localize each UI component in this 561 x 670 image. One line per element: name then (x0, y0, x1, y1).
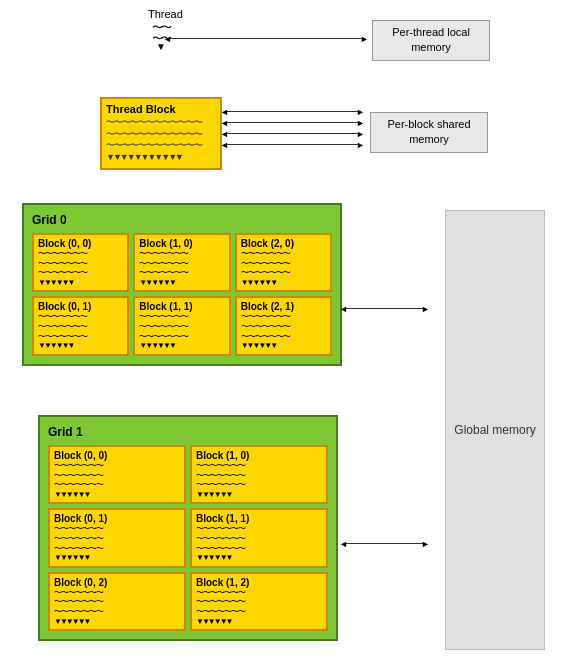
block-2-1: Block (2, 1) 〜〜〜〜〜〜〜〜〜〜〜〜〜〜〜〜〜〜〜〜〜▼▼▼▼▼▼ (235, 296, 332, 355)
thread-block-label: Thread Block (106, 103, 216, 115)
g1-block-0-1-label: Block (0, 1) (54, 513, 180, 524)
block-0-0: Block (0, 0) 〜〜〜〜〜〜〜〜〜〜〜〜〜〜〜〜〜〜〜〜〜▼▼▼▼▼▼ (32, 233, 129, 292)
thread-block-box: Thread Block 〜〜〜〜〜〜〜〜〜〜〜〜 〜〜〜〜〜〜〜〜〜〜〜〜 〜… (100, 97, 222, 170)
grid0-label: Grid 0 (32, 213, 332, 227)
g1-block-0-2: Block (0, 2) 〜〜〜〜〜〜〜〜〜〜〜〜〜〜〜〜〜〜〜〜〜▼▼▼▼▼▼ (48, 572, 186, 631)
block-0-0-label: Block (0, 0) (38, 238, 123, 249)
thread-block-container: Thread Block 〜〜〜〜〜〜〜〜〜〜〜〜 〜〜〜〜〜〜〜〜〜〜〜〜 〜… (100, 97, 222, 170)
tb-arrow-3 (224, 133, 360, 134)
g1-block-1-1-label: Block (1, 1) (196, 513, 322, 524)
grid1-arrow-right: ► (421, 539, 430, 549)
grid0-arrow-left: ◄ (339, 304, 348, 314)
block-0-1: Block (0, 1) 〜〜〜〜〜〜〜〜〜〜〜〜〜〜〜〜〜〜〜〜〜▼▼▼▼▼▼ (32, 296, 129, 355)
grid0-arrow-line (343, 308, 425, 309)
per-thread-memory-box: Per-thread local memory (372, 20, 490, 61)
grid1-blocks: Block (0, 0) 〜〜〜〜〜〜〜〜〜〜〜〜〜〜〜〜〜〜〜〜〜▼▼▼▼▼▼… (48, 445, 328, 631)
block-1-1-label: Block (1, 1) (139, 301, 224, 312)
per-thread-memory-label: Per-thread local memory (392, 26, 470, 53)
block-2-0: Block (2, 0) 〜〜〜〜〜〜〜〜〜〜〜〜〜〜〜〜〜〜〜〜〜▼▼▼▼▼▼ (235, 233, 332, 292)
tb-arrow-1-left: ◄ (220, 107, 229, 117)
block-0-1-label: Block (0, 1) (38, 301, 123, 312)
tb-arrow-2-right: ► (356, 118, 365, 128)
g1-block-0-2-label: Block (0, 2) (54, 577, 180, 588)
grid1-arrow-line (343, 543, 425, 544)
global-memory-label: Global memory (454, 423, 535, 437)
g1-block-1-2: Block (1, 2) 〜〜〜〜〜〜〜〜〜〜〜〜〜〜〜〜〜〜〜〜〜▼▼▼▼▼▼ (190, 572, 328, 631)
g1-block-0-0: Block (0, 0) 〜〜〜〜〜〜〜〜〜〜〜〜〜〜〜〜〜〜〜〜〜▼▼▼▼▼▼ (48, 445, 186, 504)
tb-arrow-3-right: ► (356, 129, 365, 139)
block-2-1-label: Block (2, 1) (241, 301, 326, 312)
block-1-0-label: Block (1, 0) (139, 238, 224, 249)
g1-block-1-2-label: Block (1, 2) (196, 577, 322, 588)
g1-block-0-0-label: Block (0, 0) (54, 450, 180, 461)
tb-arrow-2-left: ◄ (220, 118, 229, 128)
g1-block-1-0: Block (1, 0) 〜〜〜〜〜〜〜〜〜〜〜〜〜〜〜〜〜〜〜〜〜▼▼▼▼▼▼ (190, 445, 328, 504)
diagram: Thread 〜〜 〜〜 ▼ ◄ ► Per-thread local memo… (0, 0, 561, 670)
grid0-container: Grid 0 Block (0, 0) 〜〜〜〜〜〜〜〜〜〜〜〜〜〜〜〜〜〜〜〜… (22, 203, 342, 366)
tb-arrow-4 (224, 144, 360, 145)
global-memory-box: Global memory (445, 210, 545, 650)
grid1-container: Grid 1 Block (0, 0) 〜〜〜〜〜〜〜〜〜〜〜〜〜〜〜〜〜〜〜〜… (38, 415, 338, 641)
tb-arrow-3-left: ◄ (220, 129, 229, 139)
per-block-memory-label: Per-block shared memory (387, 118, 470, 145)
tb-arrow-1-right: ► (356, 107, 365, 117)
thread-arrow-left-head: ◄ (163, 34, 172, 44)
thread-block-waves: 〜〜〜〜〜〜〜〜〜〜〜〜 〜〜〜〜〜〜〜〜〜〜〜〜 〜〜〜〜〜〜〜〜〜〜〜〜 ▼… (106, 117, 216, 164)
g1-block-1-0-label: Block (1, 0) (196, 450, 322, 461)
block-1-1: Block (1, 1) 〜〜〜〜〜〜〜〜〜〜〜〜〜〜〜〜〜〜〜〜〜▼▼▼▼▼▼ (133, 296, 230, 355)
grid1-label: Grid 1 (48, 425, 328, 439)
g1-block-1-1: Block (1, 1) 〜〜〜〜〜〜〜〜〜〜〜〜〜〜〜〜〜〜〜〜〜▼▼▼▼▼▼ (190, 508, 328, 567)
g1-block-0-1: Block (0, 1) 〜〜〜〜〜〜〜〜〜〜〜〜〜〜〜〜〜〜〜〜〜▼▼▼▼▼▼ (48, 508, 186, 567)
grid0-blocks: Block (0, 0) 〜〜〜〜〜〜〜〜〜〜〜〜〜〜〜〜〜〜〜〜〜▼▼▼▼▼▼… (32, 233, 332, 356)
tb-arrow-2 (224, 122, 360, 123)
thread-arrow (168, 38, 364, 39)
block-2-0-label: Block (2, 0) (241, 238, 326, 249)
thread-arrow-right-end: ► (360, 34, 369, 44)
tb-arrow-4-left: ◄ (220, 140, 229, 150)
grid1-arrow-left: ◄ (339, 539, 348, 549)
tb-arrow-1 (224, 111, 360, 112)
tb-arrow-4-right: ► (356, 140, 365, 150)
block-1-0: Block (1, 0) 〜〜〜〜〜〜〜〜〜〜〜〜〜〜〜〜〜〜〜〜〜▼▼▼▼▼▼ (133, 233, 230, 292)
thread-label: Thread (148, 8, 183, 20)
per-block-memory-box: Per-block shared memory (370, 112, 488, 153)
grid0-arrow-right: ► (421, 304, 430, 314)
